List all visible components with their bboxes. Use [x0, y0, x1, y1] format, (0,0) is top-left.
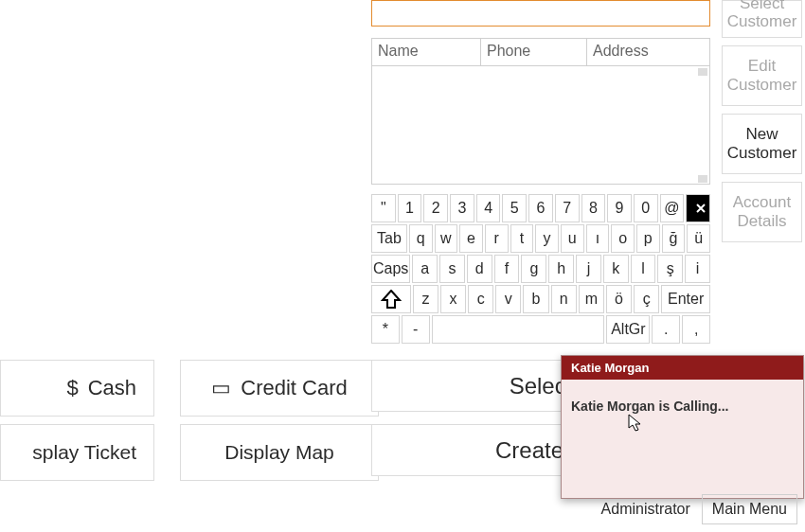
key-n[interactable]: n: [551, 285, 577, 313]
edit-customer-button[interactable]: Edit Customer: [722, 45, 802, 106]
key-ğ[interactable]: ğ: [662, 224, 686, 253]
key-comma[interactable]: ,: [682, 315, 710, 344]
key-9[interactable]: 9: [607, 194, 632, 222]
dollar-icon: $: [66, 376, 78, 400]
popup-message: Katie Morgan is Calling...: [562, 380, 803, 433]
current-user-label: Administrator: [601, 501, 690, 518]
account-details-button[interactable]: Account Details: [722, 182, 802, 242]
key-t[interactable]: t: [510, 224, 534, 253]
card-icon: ▭: [211, 376, 231, 400]
cash-button[interactable]: $ Cash: [0, 360, 154, 417]
key-ç[interactable]: ç: [634, 285, 659, 313]
scroll-down-icon[interactable]: [698, 175, 707, 183]
key-b[interactable]: b: [523, 285, 548, 313]
key-o[interactable]: o: [611, 224, 635, 253]
col-name[interactable]: Name: [372, 39, 481, 65]
customer-search-input[interactable]: [378, 4, 704, 23]
incoming-call-popup[interactable]: Katie Morgan Katie Morgan is Calling...: [561, 355, 804, 499]
key-@[interactable]: @: [660, 194, 685, 222]
key-q[interactable]: q: [409, 224, 433, 253]
key-e[interactable]: e: [459, 224, 483, 253]
new-customer-button[interactable]: New Customer: [722, 114, 802, 174]
key-l[interactable]: l: [631, 255, 656, 283]
key-z[interactable]: z: [413, 285, 438, 313]
col-phone[interactable]: Phone: [481, 39, 587, 65]
scroll-up-icon[interactable]: [698, 68, 707, 76]
key-5[interactable]: 5: [502, 194, 527, 222]
key-d[interactable]: d: [467, 255, 492, 283]
key-8[interactable]: 8: [581, 194, 606, 222]
key-altgr[interactable]: AltGr: [606, 315, 650, 344]
key-g[interactable]: g: [521, 255, 546, 283]
key-6[interactable]: 6: [528, 194, 553, 222]
key-m[interactable]: m: [579, 285, 604, 313]
key-u[interactable]: u: [561, 224, 584, 253]
key-y[interactable]: y: [535, 224, 559, 253]
key-ü[interactable]: ü: [687, 224, 710, 253]
customer-results-table: Name Phone Address: [371, 38, 710, 185]
key-star[interactable]: *: [371, 315, 400, 344]
key-caps[interactable]: Caps: [371, 255, 410, 283]
key-f[interactable]: f: [494, 255, 520, 283]
key-p[interactable]: p: [636, 224, 660, 253]
key-c[interactable]: c: [468, 285, 493, 313]
customer-search-field[interactable]: [371, 0, 710, 27]
key-4[interactable]: 4: [476, 194, 501, 222]
key-j[interactable]: j: [576, 255, 601, 283]
key-0[interactable]: 0: [634, 194, 658, 222]
key-ş[interactable]: ş: [657, 255, 683, 283]
key-ö[interactable]: ö: [606, 285, 632, 313]
key-h[interactable]: h: [548, 255, 574, 283]
popup-title: Katie Morgan: [562, 356, 803, 380]
key-3[interactable]: 3: [450, 194, 474, 222]
key-1[interactable]: 1: [398, 194, 422, 222]
display-ticket-button[interactable]: splay Ticket: [0, 424, 154, 481]
display-map-button[interactable]: Display Map: [180, 424, 379, 481]
key-2[interactable]: 2: [423, 194, 448, 222]
key-k[interactable]: k: [603, 255, 629, 283]
key-w[interactable]: w: [435, 224, 458, 253]
key-backspace[interactable]: [686, 194, 710, 222]
key-x[interactable]: x: [440, 285, 466, 313]
key-v[interactable]: v: [495, 285, 521, 313]
key-dash[interactable]: -: [402, 315, 430, 344]
key-ı[interactable]: ı: [586, 224, 610, 253]
key-a[interactable]: a: [412, 255, 438, 283]
key-r[interactable]: r: [485, 224, 509, 253]
key-dot[interactable]: .: [652, 315, 680, 344]
main-menu-button[interactable]: Main Menu: [702, 494, 797, 524]
key-i[interactable]: i: [685, 255, 710, 283]
key-enter[interactable]: Enter: [661, 285, 710, 313]
onscreen-keyboard: "1234567890@ Tabqwertyuıopğü Capsasdfghj…: [371, 194, 710, 346]
key-space[interactable]: [432, 315, 605, 344]
key-7[interactable]: 7: [555, 194, 580, 222]
key-"[interactable]: ": [371, 194, 396, 222]
key-shift[interactable]: [371, 285, 411, 313]
key-s[interactable]: s: [439, 255, 465, 283]
cursor-icon: [628, 414, 643, 435]
credit-card-button[interactable]: ▭ Credit Card: [180, 360, 379, 417]
key-tab[interactable]: Tab: [371, 224, 407, 253]
select-customer-button[interactable]: Select Customer: [722, 0, 802, 38]
col-address[interactable]: Address: [587, 39, 709, 65]
